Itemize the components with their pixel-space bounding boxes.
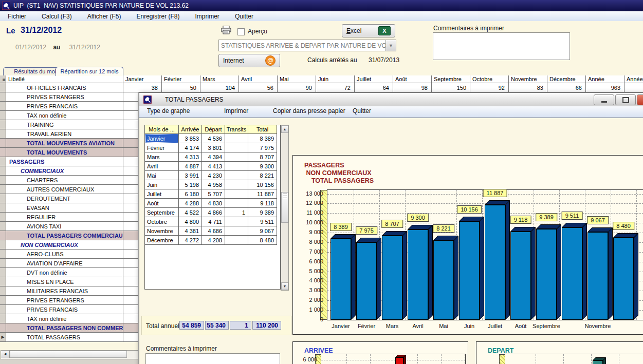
column-header-d-cembre[interactable]: Décembre	[547, 75, 586, 83]
scroll-left-arrow-icon[interactable]: ◄	[1, 351, 10, 358]
cell[interactable]	[225, 162, 248, 171]
cell[interactable]: 9 511	[248, 217, 277, 226]
cell[interactable]: Novembre	[145, 226, 179, 236]
cell[interactable]	[225, 134, 248, 143]
cell[interactable]: Février	[145, 143, 179, 152]
cell[interactable]	[225, 199, 248, 208]
cell[interactable]	[225, 226, 248, 236]
column-header-janvier[interactable]: Janvier	[123, 75, 162, 83]
cell[interactable]	[225, 189, 248, 199]
cell[interactable]: Septembre	[145, 208, 179, 217]
report-type-select[interactable]: STATISTIQUES ARRIVEE & DEPART PAR NATURE…	[218, 40, 396, 51]
close-button[interactable]: ✕	[637, 94, 643, 105]
column-header-mois-de[interactable]: Mois de ...	[145, 125, 179, 134]
cell[interactable]: 1	[225, 208, 248, 217]
cell[interactable]: Décembre	[145, 236, 179, 245]
child-menu-type-de-graphe[interactable]: Type de graphe	[147, 107, 190, 114]
column-header-juillet[interactable]: Juillet	[355, 75, 393, 83]
scroll-thumb[interactable]	[281, 192, 288, 223]
cell[interactable]: Juillet	[145, 189, 179, 199]
cell[interactable]: 4 313	[179, 152, 202, 162]
cell[interactable]: Août	[145, 199, 179, 208]
cell[interactable]: 11 887	[248, 189, 277, 199]
table-vertical-scrollbar[interactable]: ▲ ▼	[281, 125, 289, 291]
child-menu-copier-dans-presse-papier[interactable]: Copier dans presse papier	[273, 107, 345, 114]
column-header-transits[interactable]: Transits	[225, 125, 248, 134]
cell[interactable]: 10 156	[248, 180, 277, 189]
cell[interactable]: Janvier	[145, 134, 179, 143]
column-header-ao-t[interactable]: Août	[393, 75, 432, 83]
excel-button[interactable]: Excel X	[342, 24, 395, 37]
cell[interactable]: 9 118	[248, 199, 277, 208]
cell[interactable]: 4 394	[202, 152, 225, 162]
menu-afficher-f5[interactable]: Afficher (F5)	[80, 12, 129, 21]
menu-enregistrer-f8[interactable]: Enregistrer (F8)	[129, 12, 188, 21]
cell[interactable]: 4 800	[179, 217, 202, 226]
menu-fichier[interactable]: Fichier	[0, 12, 34, 21]
scroll-thumb[interactable]	[10, 351, 127, 358]
menu-imprimer[interactable]: Imprimer	[188, 12, 227, 21]
column-header-juin[interactable]: Juin	[316, 75, 355, 83]
cell[interactable]: 9 389	[248, 208, 277, 217]
cell[interactable]: 4 711	[202, 217, 225, 226]
column-header-octobre[interactable]: Octobre	[470, 75, 509, 83]
cell[interactable]: 5 707	[202, 189, 225, 199]
cell[interactable]: 8 221	[248, 171, 277, 180]
menu-calcul-f3[interactable]: Calcul (F3)	[34, 12, 80, 21]
cell[interactable]: 3 801	[202, 143, 225, 152]
column-header-ann-e[interactable]: Année	[624, 75, 643, 83]
maximize-button[interactable]	[615, 94, 636, 105]
cell[interactable]: 4 522	[179, 208, 202, 217]
internet-button[interactable]: Internet @	[218, 54, 280, 67]
cell[interactable]: 4 174	[179, 143, 202, 152]
cell[interactable]: 4 230	[202, 171, 225, 180]
cell[interactable]: 9 067	[248, 226, 277, 236]
cell[interactable]: 4 381	[179, 226, 202, 236]
cell[interactable]	[225, 217, 248, 226]
column-header-f-vrier[interactable]: Février	[162, 75, 200, 83]
cell[interactable]: Octobre	[145, 217, 179, 226]
cell[interactable]: 3 853	[179, 134, 202, 143]
comments-input[interactable]	[433, 32, 570, 60]
cell[interactable]: 4 272	[179, 236, 202, 245]
column-header-mai[interactable]: Mai	[278, 75, 316, 83]
cell[interactable]: 4 958	[202, 180, 225, 189]
column-header-total[interactable]: Total	[248, 125, 277, 134]
cell[interactable]	[225, 180, 248, 189]
cell[interactable]: 9 300	[248, 162, 277, 171]
printer-icon[interactable]	[221, 26, 231, 36]
cell[interactable]: Avril	[145, 162, 179, 171]
cell[interactable]: 4 413	[202, 162, 225, 171]
column-header-avril[interactable]: Avril	[239, 75, 278, 83]
cell[interactable]: 4 208	[202, 236, 225, 245]
cell[interactable]: 8 480	[248, 236, 277, 245]
column-header-ann-e[interactable]: Année	[586, 75, 624, 83]
apercu-checkbox[interactable]	[237, 28, 245, 35]
child-comments-input[interactable]	[145, 353, 280, 364]
column-header-libell[interactable]: Libellé	[6, 75, 123, 83]
cell[interactable]: Mars	[145, 152, 179, 162]
cell[interactable]: 4 288	[179, 199, 202, 208]
tab-repartition-12-mois[interactable]: Répartition sur 12 mois	[56, 67, 123, 76]
cell[interactable]: 8 707	[248, 152, 277, 162]
cell[interactable]: 4 830	[202, 199, 225, 208]
cell[interactable]: 5 198	[179, 180, 202, 189]
column-header-mars[interactable]: Mars	[200, 75, 239, 83]
main-horizontal-scrollbar[interactable]: ◄	[1, 350, 139, 359]
column-header-d-part[interactable]: Départ	[202, 125, 225, 134]
column-header-novembre[interactable]: Novembre	[509, 75, 547, 83]
cell[interactable]: Juin	[145, 180, 179, 189]
child-menu-imprimer[interactable]: Imprimer	[224, 107, 248, 114]
cell[interactable]	[225, 152, 248, 162]
cell[interactable]	[225, 236, 248, 245]
scroll-up-arrow-icon[interactable]: ▲	[281, 125, 288, 133]
cell[interactable]: 4 866	[202, 208, 225, 217]
cell[interactable]: 8 389	[248, 134, 277, 143]
cell[interactable]: 3 991	[179, 171, 202, 180]
chevron-down-icon[interactable]: ▼	[385, 40, 396, 51]
cell[interactable]: 4 887	[179, 162, 202, 171]
cell[interactable]: 6 180	[179, 189, 202, 199]
column-header-septembre[interactable]: Septembre	[432, 75, 470, 83]
cell[interactable]: 4 686	[202, 226, 225, 236]
cell[interactable]	[225, 171, 248, 180]
